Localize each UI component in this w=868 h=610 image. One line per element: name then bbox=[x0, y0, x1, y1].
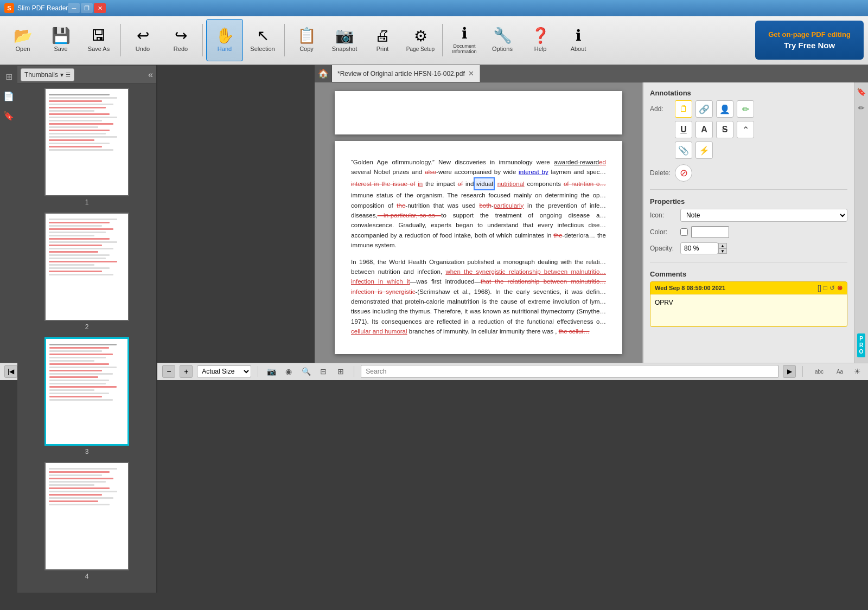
comment-close-btn[interactable]: ⊗ bbox=[837, 284, 843, 292]
thumbnail-2[interactable]: 2 bbox=[44, 213, 129, 331]
color-swatch[interactable] bbox=[691, 226, 729, 238]
opacity-input[interactable] bbox=[680, 242, 718, 254]
grid-icon[interactable]: ⊞ bbox=[2, 69, 16, 84]
bookmark-icon[interactable]: 🔖 bbox=[2, 108, 16, 123]
page-setup-label: Page Setup bbox=[406, 46, 435, 52]
thumbnail-3[interactable]: 3 bbox=[44, 337, 129, 363]
save-icon: 💾 bbox=[52, 28, 71, 43]
save-as-button[interactable]: 🖫 Save As bbox=[80, 19, 117, 61]
open-button[interactable]: 📂 Open bbox=[4, 19, 41, 61]
ad-button[interactable]: Get on-page PDF editing Try Free Now bbox=[755, 21, 864, 60]
paperclip-btn[interactable]: 📎 bbox=[675, 142, 692, 159]
delete-row: Delete: ⊘ bbox=[650, 162, 847, 182]
strikethrough-btn[interactable]: S bbox=[716, 121, 733, 138]
first-page-btn[interactable]: |◀ bbox=[4, 365, 17, 378]
zoom-select[interactable]: Actual Size 50% 75% 100% 125% 150% 200% … bbox=[197, 365, 251, 377]
pen-strip-btn[interactable]: ✏ bbox=[856, 102, 867, 114]
info-status-btn[interactable]: 🔍 bbox=[299, 365, 312, 378]
split-status-btn[interactable]: ⊞ bbox=[334, 365, 347, 378]
comment-text-input[interactable]: OPRV bbox=[655, 299, 843, 320]
zoom-out-btn[interactable]: − bbox=[162, 365, 175, 378]
pro-badge[interactable]: PRO bbox=[857, 333, 865, 357]
annotation-icons-3: 📎 ⚡ bbox=[675, 142, 713, 159]
home-button[interactable]: 🏠 bbox=[315, 65, 332, 82]
icon-select[interactable]: Note bbox=[680, 209, 847, 222]
search-input[interactable] bbox=[361, 365, 778, 378]
thumbnail-1[interactable]: 1 bbox=[44, 88, 129, 206]
hand-label: Hand bbox=[218, 46, 232, 52]
close-button[interactable]: ✕ bbox=[94, 3, 106, 13]
col-status-btn[interactable]: ⊟ bbox=[317, 365, 330, 378]
right-annotations-panel: Annotations Add: 🗒 🔗 👤 ✏ bbox=[642, 82, 854, 363]
page-setup-icon: ⚙ bbox=[414, 29, 427, 44]
collapse-panel-button[interactable]: « bbox=[148, 70, 153, 80]
bookmark-strip-btn[interactable]: 🔖 bbox=[856, 86, 867, 98]
color-row bbox=[680, 226, 847, 238]
comment-header: Wed Sep 8 08:59:00 2021 [] □ ↺ ⊗ bbox=[650, 282, 847, 294]
options-button[interactable]: 🔧 Options bbox=[484, 19, 521, 61]
undo-icon: ↩ bbox=[137, 28, 149, 43]
props-grid: Icon: Note Color: Opacity: bbox=[650, 209, 847, 254]
case-btn[interactable]: Aa bbox=[833, 365, 846, 378]
options-icon: 🔧 bbox=[493, 28, 512, 43]
indent-btn[interactable]: ⌃ bbox=[737, 121, 754, 138]
save-as-icon: 🖫 bbox=[91, 28, 106, 43]
about-label: About bbox=[571, 46, 586, 52]
text-color-btn[interactable]: A bbox=[695, 121, 713, 138]
search-go-btn[interactable]: ▶ bbox=[783, 365, 796, 378]
pencil-btn[interactable]: ✏ bbox=[737, 100, 754, 118]
comments-title: Comments bbox=[650, 270, 847, 278]
divider-1 bbox=[650, 189, 847, 190]
doc-info-label: Document Information bbox=[448, 43, 481, 54]
print-button[interactable]: 🖨 Print bbox=[364, 19, 401, 61]
save-as-label: Save As bbox=[88, 46, 110, 52]
doc-tabbar: 🏠 *Review of Original article HFSN-16-00… bbox=[315, 65, 868, 82]
restore-button[interactable]: ❐ bbox=[81, 3, 93, 13]
copy-button[interactable]: 📋 Copy bbox=[288, 19, 325, 61]
comment-bracket-btn[interactable]: [] bbox=[818, 284, 821, 292]
doc-tab-close[interactable]: ✕ bbox=[468, 69, 474, 78]
annot-row-2: U A S ⌃ bbox=[650, 121, 847, 138]
undo-button[interactable]: ↩ Undo bbox=[124, 19, 161, 61]
delete-button[interactable]: ⊘ bbox=[675, 164, 692, 182]
annotation-icons: 🗒 🔗 👤 ✏ bbox=[675, 100, 754, 118]
app-title: Slim PDF Reader bbox=[17, 4, 68, 12]
color-checkbox[interactable] bbox=[680, 228, 688, 236]
snap-status-btn[interactable]: 📷 bbox=[265, 365, 278, 378]
opacity-down-btn[interactable]: ▼ bbox=[718, 248, 727, 254]
link-btn[interactable]: 🔗 bbox=[695, 100, 713, 118]
stamp-btn[interactable]: 👤 bbox=[716, 100, 733, 118]
open-label: Open bbox=[16, 46, 30, 52]
brightness-btn[interactable]: ☀ bbox=[851, 365, 864, 378]
about-button[interactable]: ℹ About bbox=[560, 19, 597, 61]
selection-button[interactable]: ↖ Selection bbox=[244, 19, 281, 61]
save-label: Save bbox=[54, 46, 67, 52]
doc-info-button[interactable]: ℹ Document Information bbox=[446, 19, 483, 61]
nav-tools: ✋ Hand ↖ Selection bbox=[206, 19, 281, 61]
save-button[interactable]: 💾 Save bbox=[42, 19, 79, 61]
hand-button[interactable]: ✋ Hand bbox=[206, 19, 243, 61]
snapshot-button[interactable]: 📷 Snapshot bbox=[326, 19, 363, 61]
comment-square-btn[interactable]: □ bbox=[824, 284, 827, 292]
zoom-in-btn[interactable]: + bbox=[180, 365, 193, 378]
minimize-button[interactable]: ─ bbox=[68, 3, 80, 13]
doc-tab[interactable]: *Review of Original article HFSN-16-002.… bbox=[332, 65, 480, 82]
redo-button[interactable]: ↪ Redo bbox=[162, 19, 199, 61]
panel-toolbar: Thumbnails ▾ ☰ « bbox=[17, 66, 156, 84]
help-button[interactable]: ❓ Help bbox=[522, 19, 559, 61]
page-icon[interactable]: 📄 bbox=[2, 89, 16, 103]
opacity-control: ▲ ▼ bbox=[680, 242, 847, 254]
underline-btn[interactable]: U bbox=[675, 121, 692, 138]
thumbnails-dropdown[interactable]: Thumbnails ▾ ☰ bbox=[21, 68, 74, 81]
comment-refresh-btn[interactable]: ↺ bbox=[829, 284, 835, 292]
undo-label: Undo bbox=[136, 46, 150, 52]
pdf-text: “Golden Age ofImmunology.” New discoveri… bbox=[351, 157, 606, 337]
highlight-btn[interactable]: ⚡ bbox=[695, 142, 713, 159]
sticky-note-btn[interactable]: 🗒 bbox=[675, 100, 692, 118]
page-setup-button[interactable]: ⚙ Page Setup bbox=[402, 19, 439, 61]
print-icon: 🖨 bbox=[375, 28, 390, 43]
opacity-up-btn[interactable]: ▲ bbox=[718, 243, 727, 248]
thumb-frame-3 bbox=[44, 337, 129, 363]
ocr-btn[interactable]: abc bbox=[809, 365, 829, 378]
select-status-btn[interactable]: ◉ bbox=[282, 365, 295, 378]
